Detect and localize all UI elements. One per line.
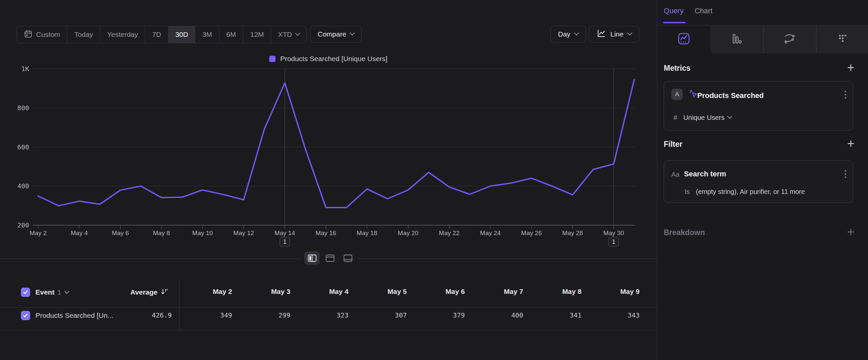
- add-breakdown-button[interactable]: +: [845, 226, 857, 238]
- bottom-bar-icon[interactable]: [340, 251, 355, 265]
- range-label: 30D: [176, 31, 188, 38]
- table-cell: 379: [418, 311, 465, 319]
- table-cell: 343: [593, 311, 640, 319]
- chart-type-button[interactable]: Line: [589, 26, 639, 43]
- range-30d[interactable]: 30D: [168, 26, 195, 43]
- range-label: 12M: [250, 31, 264, 38]
- flows-icon: [784, 33, 796, 46]
- compare-button[interactable]: Compare: [310, 26, 362, 43]
- y-tick-label: 200: [17, 221, 29, 229]
- calendar-icon: [24, 30, 32, 40]
- x-tick-label: May 16: [316, 229, 336, 237]
- event-count: 1: [57, 288, 61, 296]
- y-tick-label: 800: [17, 104, 29, 112]
- x-tick-label: May 30: [603, 229, 624, 237]
- x-tick-label: May 8: [153, 229, 170, 237]
- more-reports-tab[interactable]: [816, 26, 868, 53]
- metric-letter-badge: A: [672, 89, 683, 100]
- kebab-menu-icon[interactable]: [844, 169, 846, 180]
- event-header-checkbox[interactable]: [21, 287, 30, 297]
- chart-type-label: Line: [610, 30, 624, 38]
- filter-card[interactable]: Aa Search term Is (empty string), Air pu…: [664, 160, 853, 203]
- range-label: 7D: [152, 31, 161, 38]
- tab-query[interactable]: Query: [664, 7, 684, 15]
- range-label: Today: [74, 31, 93, 38]
- table-cell: 307: [361, 311, 407, 319]
- tab-chart[interactable]: Chart: [694, 7, 713, 15]
- split-vertical-icon[interactable]: [322, 251, 338, 265]
- x-tick-label: May 20: [398, 229, 418, 237]
- annotation-badge-label: 1: [612, 238, 616, 245]
- granularity-button[interactable]: Day: [550, 26, 586, 43]
- chevron-down-icon: [295, 31, 300, 36]
- flows-tab[interactable]: [763, 26, 816, 53]
- range-xtd[interactable]: XTD: [271, 26, 306, 43]
- table-col-header: May 7: [477, 287, 523, 296]
- chevron-down-icon: [727, 114, 733, 119]
- kebab-menu-icon[interactable]: [844, 90, 846, 101]
- dots-grid-icon: [837, 33, 848, 46]
- funnels-tab[interactable]: [710, 26, 763, 53]
- query-panel: Query Chart Metrics + A Products Searche…: [657, 0, 868, 360]
- table-col-header: May 4: [302, 287, 348, 296]
- table-cell: 341: [535, 311, 582, 319]
- range-3m[interactable]: 3M: [195, 26, 219, 43]
- metric-card[interactable]: A Products Searched # Unique Users: [664, 81, 853, 131]
- average-column-header[interactable]: Average: [110, 288, 157, 296]
- annotation-badge-label: 1: [283, 238, 287, 245]
- granularity-label: Day: [558, 30, 570, 38]
- insights-tab[interactable]: [657, 26, 710, 53]
- active-tab-underline: [663, 22, 686, 23]
- range-custom[interactable]: Custom: [17, 26, 67, 43]
- funnel-bars-icon: [732, 33, 742, 46]
- chevron-down-icon: [574, 30, 579, 35]
- filter-value[interactable]: (empty string), Air purifier, or 11 more: [696, 188, 805, 196]
- table-cell: 299: [244, 311, 290, 319]
- table-col-header: May 9: [593, 287, 640, 296]
- x-tick-label: May 14: [275, 229, 296, 237]
- string-property-icon: Aa: [672, 171, 679, 178]
- series-line: [38, 79, 634, 207]
- filter-property-name[interactable]: Search term: [684, 170, 726, 178]
- sort-descending-icon[interactable]: [160, 287, 169, 297]
- aggregation-selector[interactable]: Unique Users: [683, 114, 724, 121]
- layout-toggle-group: [301, 250, 359, 266]
- row-checkbox[interactable]: [21, 311, 30, 320]
- breakdown-section-title: Breakdown: [664, 228, 705, 237]
- line-chart: 1K800600400200May 2May 4May 6May 8May 10…: [0, 47, 657, 276]
- range-7d[interactable]: 7D: [145, 26, 168, 43]
- split-left-filled-icon[interactable]: [304, 251, 320, 265]
- table-cell: 349: [186, 311, 232, 319]
- x-tick-label: May 24: [480, 229, 501, 237]
- y-tick-label: 1K: [21, 65, 29, 73]
- table-column-divider: [179, 280, 180, 330]
- x-tick-label: May 10: [192, 229, 213, 237]
- range-yesterday[interactable]: Yesterday: [100, 26, 145, 43]
- range-6m[interactable]: 6M: [219, 26, 243, 43]
- table-col-header: May 5: [361, 287, 407, 296]
- x-tick-label: May 4: [71, 229, 88, 237]
- x-tick-label: May 18: [357, 229, 377, 237]
- table-col-header: May 6: [418, 287, 465, 296]
- range-today[interactable]: Today: [67, 26, 100, 43]
- table-row-average: 426.9: [125, 311, 172, 319]
- aggregation-type-icon: #: [673, 114, 677, 121]
- chevron-down-icon[interactable]: [64, 288, 70, 294]
- event-column-label[interactable]: Event: [35, 288, 54, 296]
- filter-operator[interactable]: Is: [685, 188, 690, 196]
- table-col-header: May 2: [186, 287, 232, 296]
- add-filter-button[interactable]: +: [845, 138, 857, 149]
- x-tick-label: May 12: [234, 229, 254, 237]
- table-row-name: Products Searched [Un...: [35, 311, 135, 320]
- metric-name[interactable]: Products Searched: [697, 91, 764, 100]
- x-tick-label: May 22: [439, 229, 460, 237]
- table-col-header: May 3: [244, 287, 290, 296]
- range-label: XTD: [278, 31, 292, 38]
- range-label: 6M: [226, 31, 236, 38]
- y-tick-label: 400: [17, 182, 29, 190]
- add-metric-button[interactable]: +: [845, 62, 857, 73]
- table-cell: 323: [302, 311, 348, 319]
- range-12m[interactable]: 12M: [243, 26, 271, 43]
- chevron-down-icon: [350, 30, 355, 35]
- range-label: Yesterday: [107, 31, 138, 38]
